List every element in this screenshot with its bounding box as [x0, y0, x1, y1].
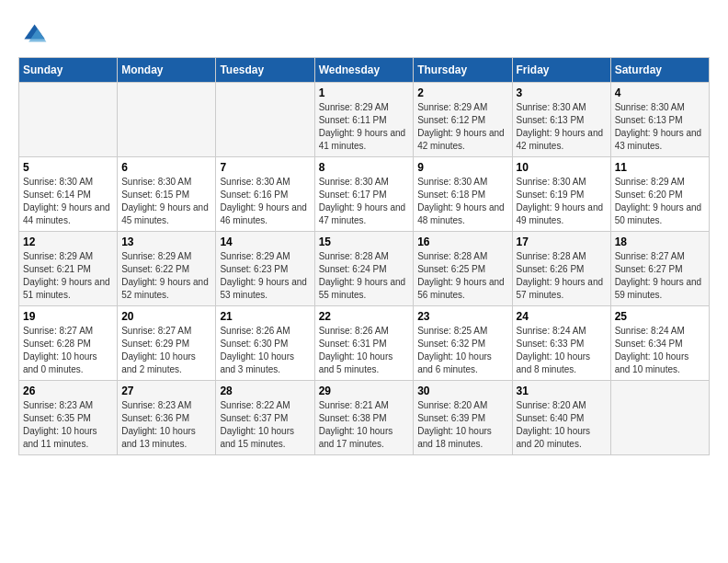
day-number: 14 [220, 236, 310, 248]
calendar-cell: 12Sunrise: 8:29 AM Sunset: 6:21 PM Dayli… [19, 232, 118, 306]
day-number: 15 [319, 236, 410, 248]
day-number: 28 [220, 385, 310, 397]
calendar-cell: 22Sunrise: 8:26 AM Sunset: 6:31 PM Dayli… [314, 306, 414, 381]
day-info: Sunrise: 8:28 AM Sunset: 6:26 PM Dayligh… [517, 250, 607, 302]
day-info: Sunrise: 8:30 AM Sunset: 6:14 PM Dayligh… [23, 176, 113, 227]
calendar-week-1: 1Sunrise: 8:29 AM Sunset: 6:11 PM Daylig… [19, 83, 710, 157]
day-info: Sunrise: 8:29 AM Sunset: 6:22 PM Dayligh… [121, 250, 211, 302]
calendar-cell: 4Sunrise: 8:30 AM Sunset: 6:13 PM Daylig… [610, 83, 709, 157]
day-number: 7 [220, 161, 310, 174]
calendar-week-2: 5Sunrise: 8:30 AM Sunset: 6:14 PM Daylig… [19, 157, 710, 232]
calendar-cell: 9Sunrise: 8:30 AM Sunset: 6:18 PM Daylig… [414, 157, 512, 232]
calendar-cell [118, 83, 216, 157]
day-number: 17 [517, 236, 607, 248]
day-number: 22 [319, 310, 410, 323]
day-number: 12 [23, 236, 113, 248]
day-info: Sunrise: 8:27 AM Sunset: 6:28 PM Dayligh… [23, 325, 113, 376]
day-info: Sunrise: 8:30 AM Sunset: 6:15 PM Dayligh… [121, 176, 211, 227]
calendar-cell: 26Sunrise: 8:23 AM Sunset: 6:35 PM Dayli… [19, 381, 118, 455]
day-number: 26 [23, 385, 113, 397]
day-info: Sunrise: 8:23 AM Sunset: 6:36 PM Dayligh… [121, 399, 211, 451]
day-info: Sunrise: 8:25 AM Sunset: 6:32 PM Dayligh… [417, 325, 507, 376]
day-info: Sunrise: 8:28 AM Sunset: 6:24 PM Dayligh… [319, 250, 410, 302]
calendar-header: SundayMondayTuesdayWednesdayThursdayFrid… [19, 58, 710, 83]
day-info: Sunrise: 8:24 AM Sunset: 6:34 PM Dayligh… [615, 325, 705, 376]
calendar-cell: 8Sunrise: 8:30 AM Sunset: 6:17 PM Daylig… [314, 157, 414, 232]
header-wednesday: Wednesday [314, 58, 414, 83]
day-info: Sunrise: 8:30 AM Sunset: 6:16 PM Dayligh… [220, 176, 310, 227]
day-number: 20 [121, 310, 211, 323]
calendar-body: 1Sunrise: 8:29 AM Sunset: 6:11 PM Daylig… [19, 83, 710, 455]
calendar-cell: 21Sunrise: 8:26 AM Sunset: 6:30 PM Dayli… [216, 306, 314, 381]
header-row: SundayMondayTuesdayWednesdayThursdayFrid… [19, 58, 710, 83]
day-info: Sunrise: 8:27 AM Sunset: 6:27 PM Dayligh… [615, 250, 705, 302]
header-tuesday: Tuesday [216, 58, 314, 83]
logo-icon [18, 18, 48, 48]
calendar-cell: 10Sunrise: 8:30 AM Sunset: 6:19 PM Dayli… [512, 157, 610, 232]
header-thursday: Thursday [414, 58, 512, 83]
calendar-cell: 2Sunrise: 8:29 AM Sunset: 6:12 PM Daylig… [414, 83, 512, 157]
day-number: 13 [121, 236, 211, 248]
calendar-cell: 3Sunrise: 8:30 AM Sunset: 6:13 PM Daylig… [512, 83, 610, 157]
calendar-cell: 28Sunrise: 8:22 AM Sunset: 6:37 PM Dayli… [216, 381, 314, 455]
calendar-cell: 7Sunrise: 8:30 AM Sunset: 6:16 PM Daylig… [216, 157, 314, 232]
calendar-cell: 14Sunrise: 8:29 AM Sunset: 6:23 PM Dayli… [216, 232, 314, 306]
calendar-week-5: 26Sunrise: 8:23 AM Sunset: 6:35 PM Dayli… [19, 381, 710, 455]
header-friday: Friday [512, 58, 610, 83]
calendar-cell: 16Sunrise: 8:28 AM Sunset: 6:25 PM Dayli… [414, 232, 512, 306]
day-number: 19 [23, 310, 113, 323]
day-info: Sunrise: 8:29 AM Sunset: 6:12 PM Dayligh… [417, 101, 507, 153]
day-number: 18 [615, 236, 705, 248]
page-header [18, 18, 710, 48]
day-info: Sunrise: 8:29 AM Sunset: 6:20 PM Dayligh… [615, 176, 705, 227]
day-number: 23 [417, 310, 507, 323]
day-number: 3 [517, 86, 607, 99]
day-info: Sunrise: 8:28 AM Sunset: 6:25 PM Dayligh… [417, 250, 507, 302]
day-number: 6 [121, 161, 211, 174]
day-info: Sunrise: 8:20 AM Sunset: 6:40 PM Dayligh… [517, 399, 607, 451]
day-number: 30 [417, 385, 507, 397]
day-info: Sunrise: 8:26 AM Sunset: 6:31 PM Dayligh… [319, 325, 410, 376]
day-info: Sunrise: 8:24 AM Sunset: 6:33 PM Dayligh… [517, 325, 607, 376]
day-number: 4 [615, 86, 705, 99]
day-number: 1 [319, 86, 410, 99]
calendar-cell: 5Sunrise: 8:30 AM Sunset: 6:14 PM Daylig… [19, 157, 118, 232]
calendar-cell [19, 83, 118, 157]
calendar-cell: 18Sunrise: 8:27 AM Sunset: 6:27 PM Dayli… [610, 232, 709, 306]
day-number: 21 [220, 310, 310, 323]
day-info: Sunrise: 8:21 AM Sunset: 6:38 PM Dayligh… [319, 399, 410, 451]
day-number: 8 [319, 161, 410, 174]
calendar-week-3: 12Sunrise: 8:29 AM Sunset: 6:21 PM Dayli… [19, 232, 710, 306]
calendar-table: SundayMondayTuesdayWednesdayThursdayFrid… [18, 57, 710, 455]
calendar-cell: 30Sunrise: 8:20 AM Sunset: 6:39 PM Dayli… [414, 381, 512, 455]
day-number: 24 [517, 310, 607, 323]
calendar-cell: 20Sunrise: 8:27 AM Sunset: 6:29 PM Dayli… [118, 306, 216, 381]
calendar-cell: 15Sunrise: 8:28 AM Sunset: 6:24 PM Dayli… [314, 232, 414, 306]
day-number: 27 [121, 385, 211, 397]
day-number: 25 [615, 310, 705, 323]
day-info: Sunrise: 8:20 AM Sunset: 6:39 PM Dayligh… [417, 399, 507, 451]
calendar-cell: 29Sunrise: 8:21 AM Sunset: 6:38 PM Dayli… [314, 381, 414, 455]
calendar-cell: 11Sunrise: 8:29 AM Sunset: 6:20 PM Dayli… [610, 157, 709, 232]
day-info: Sunrise: 8:30 AM Sunset: 6:18 PM Dayligh… [417, 176, 507, 227]
calendar-cell: 23Sunrise: 8:25 AM Sunset: 6:32 PM Dayli… [414, 306, 512, 381]
calendar-cell: 19Sunrise: 8:27 AM Sunset: 6:28 PM Dayli… [19, 306, 118, 381]
day-info: Sunrise: 8:30 AM Sunset: 6:19 PM Dayligh… [517, 176, 607, 227]
header-monday: Monday [118, 58, 216, 83]
header-sunday: Sunday [19, 58, 118, 83]
calendar-cell: 6Sunrise: 8:30 AM Sunset: 6:15 PM Daylig… [118, 157, 216, 232]
day-info: Sunrise: 8:29 AM Sunset: 6:21 PM Dayligh… [23, 250, 113, 302]
calendar-week-4: 19Sunrise: 8:27 AM Sunset: 6:28 PM Dayli… [19, 306, 710, 381]
day-info: Sunrise: 8:27 AM Sunset: 6:29 PM Dayligh… [121, 325, 211, 376]
day-info: Sunrise: 8:26 AM Sunset: 6:30 PM Dayligh… [220, 325, 310, 376]
day-info: Sunrise: 8:30 AM Sunset: 6:13 PM Dayligh… [615, 101, 705, 153]
day-info: Sunrise: 8:29 AM Sunset: 6:11 PM Dayligh… [319, 101, 410, 153]
day-info: Sunrise: 8:30 AM Sunset: 6:13 PM Dayligh… [517, 101, 607, 153]
header-saturday: Saturday [610, 58, 709, 83]
day-number: 16 [417, 236, 507, 248]
day-number: 10 [517, 161, 607, 174]
calendar-cell: 31Sunrise: 8:20 AM Sunset: 6:40 PM Dayli… [512, 381, 610, 455]
calendar-cell: 27Sunrise: 8:23 AM Sunset: 6:36 PM Dayli… [118, 381, 216, 455]
calendar-cell: 25Sunrise: 8:24 AM Sunset: 6:34 PM Dayli… [610, 306, 709, 381]
day-number: 9 [417, 161, 507, 174]
